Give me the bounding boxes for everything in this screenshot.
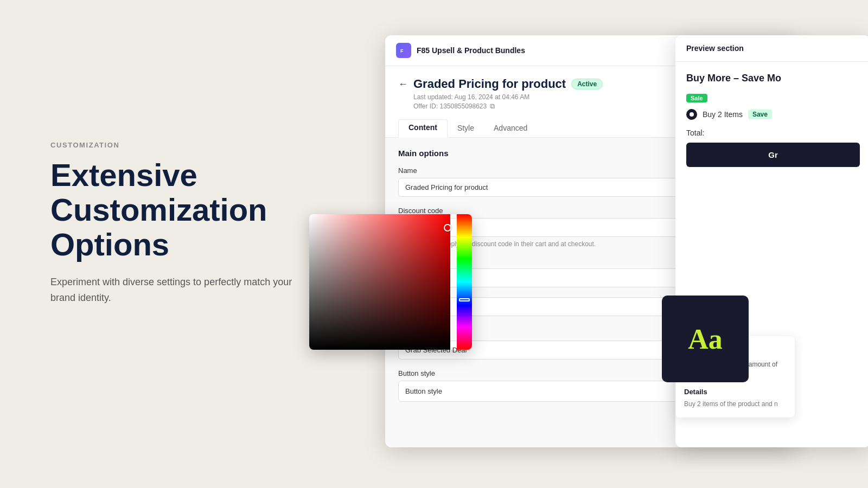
details-subtitle: Details: [684, 388, 786, 396]
total-label: Total:: [686, 129, 860, 137]
color-gradient-canvas[interactable]: [309, 214, 450, 350]
spectrum-indicator: [459, 298, 470, 301]
color-picker-dot[interactable]: [444, 224, 451, 232]
back-button[interactable]: ←: [398, 79, 408, 90]
details-text: Buy 2 items of the product and n: [684, 399, 786, 409]
color-picker-overlay[interactable]: [309, 214, 472, 350]
typography-card: Aa: [662, 296, 749, 382]
main-heading: Extensive Customization Options: [50, 158, 316, 261]
status-badge: Active: [571, 79, 603, 89]
radio-inner: [690, 112, 694, 117]
left-section: CUSTOMIZATION Extensive Customization Op…: [50, 141, 316, 306]
tab-content[interactable]: Content: [398, 119, 448, 138]
app-title-text: F85 Upsell & Product Bundles: [417, 46, 525, 55]
tab-advanced[interactable]: Advanced: [484, 119, 537, 138]
app-logo: F: [396, 43, 411, 58]
button-style-value: Button style: [405, 387, 442, 395]
buy-items-label: Buy 2 Items: [703, 110, 743, 119]
offer-id-text: Offer ID: 1350855098623: [413, 102, 487, 110]
preview-title: Buy More – Save Mo: [686, 73, 860, 84]
svg-text:F: F: [400, 48, 404, 54]
copy-icon[interactable]: ⧉: [490, 102, 495, 111]
preview-header: Preview section: [675, 35, 868, 62]
sub-text: Experiment with diverse settings to perf…: [50, 274, 316, 306]
buy-items-row: Buy 2 Items Save: [686, 109, 860, 120]
typography-aa-label: Aa: [688, 323, 723, 355]
cursor-arrow: ▶: [737, 368, 745, 381]
tab-style[interactable]: Style: [448, 119, 484, 138]
preview-content: Buy More – Save Mo Sale Buy 2 Items Save…: [675, 62, 868, 178]
color-spectrum-bar[interactable]: [457, 214, 472, 350]
page-heading: Graded Pricing for product: [413, 77, 566, 91]
sale-badge: Sale: [686, 94, 707, 102]
radio-button[interactable]: [686, 109, 697, 120]
grab-deal-button[interactable]: Gr: [686, 143, 860, 167]
save-tag: Save: [748, 110, 772, 119]
customization-label: CUSTOMIZATION: [50, 141, 316, 149]
